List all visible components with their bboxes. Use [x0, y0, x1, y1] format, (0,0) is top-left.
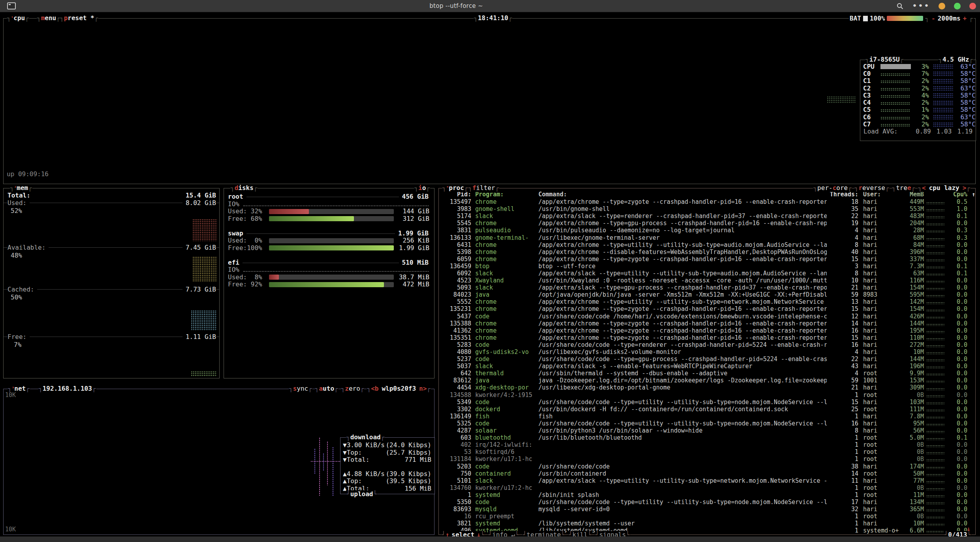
process-row[interactable]: 83693 mysqld mysqld --server-id=0 32 har…	[439, 506, 975, 513]
process-row[interactable]: 750 containerd /usr/bin/containerd 14 ro…	[439, 470, 975, 477]
process-row[interactable]: 3821 systemd /lib/systemd/systemd --user…	[439, 520, 975, 527]
process-row[interactable]: 5349 code /usr/share/code/code --type=ut…	[439, 399, 975, 406]
process-pid: 5350	[439, 499, 471, 506]
process-row[interactable]: 84023 java /opt/java/openjdk/bin/java -s…	[439, 291, 975, 298]
net-interface-switcher[interactable]: <bwlp0s20f3n>	[367, 385, 431, 393]
filter-button[interactable]: filter	[468, 184, 499, 192]
cpu-core-row: C4 2% 58°C	[860, 99, 976, 106]
minimize-button[interactable]	[939, 3, 945, 9]
process-command: /usr/sbin/thermald --systemd --dbus-enab…	[534, 370, 827, 377]
process-row[interactable]: 6092 slack /app/extra/slack --type=utili…	[439, 270, 975, 277]
process-row[interactable]: 5283 code /usr/share/code/code --type=re…	[439, 341, 975, 348]
process-row[interactable]: 136133 gnome-terminal- /usr/libexec/gnom…	[439, 234, 975, 241]
core-temp-meter	[933, 71, 954, 76]
close-button[interactable]	[969, 3, 976, 9]
preset-button[interactable]: preset *	[60, 14, 98, 22]
sort-selector[interactable]: <cpu lazy>	[918, 184, 971, 192]
process-row[interactable]: 5174 slack /app/extra/slack --type=rende…	[439, 213, 975, 220]
tab-proc[interactable]: ⁴proc	[442, 184, 468, 192]
process-row[interactable]: 136149 fish fish 1 hari 7.8M 0.0	[439, 413, 975, 420]
load-avg-1m: 0.89	[910, 128, 931, 135]
net-auto-button[interactable]: auto	[315, 385, 339, 393]
process-row[interactable]: 4080 gvfs-udisks2-vo /usr/libexec/gvfs-u…	[439, 348, 975, 356]
process-program: kworker/4:2-i915	[471, 391, 534, 399]
mem-cached-value: 7.73 GiB	[182, 286, 216, 293]
disk-free-value: 472 MiB	[398, 281, 429, 288]
process-row[interactable]: 3302 dockerd /usr/bin/dockerd -H fd:// -…	[439, 406, 975, 413]
tab-cpu[interactable]: ¹cpu	[7, 14, 29, 22]
process-row[interactable]: 4287 solaar /usr/bin/python3 /usr/bin/so…	[439, 427, 975, 434]
process-mem-meter	[926, 420, 946, 427]
process-mem: 309M	[899, 384, 924, 391]
reverse-toggle[interactable]: reverse	[854, 184, 890, 192]
process-threads: 35	[827, 205, 858, 213]
process-user: hari	[858, 427, 899, 434]
process-row[interactable]: 134760 kworker/u17:2-hc 1 root 0B 0.0	[439, 484, 975, 491]
battery-icon	[863, 16, 868, 21]
core-name: C6	[860, 113, 880, 121]
upload-top-row: ▲Top:(39.5 Kibps)	[340, 478, 435, 485]
cpu-core-list: CPU 3% 63°C C0 7% 58°C	[860, 60, 976, 128]
process-row[interactable]: 402 irq/142-iwlwifi: 1 root 0B 0.0	[439, 441, 975, 448]
process-row[interactable]: 642 thermald /usr/sbin/thermald --system…	[439, 370, 975, 377]
menu-dots-icon[interactable]: •••	[912, 4, 930, 8]
process-row[interactable]: 5398 chrome /app/extra/chrome --disable-…	[439, 248, 975, 256]
process-threads: 14	[827, 470, 858, 477]
tab-mem[interactable]: ²mem	[10, 184, 32, 192]
io-mode-button[interactable]: io	[414, 184, 430, 192]
process-row[interactable]: 5237 code /usr/share/code/code --type=gp…	[439, 356, 975, 363]
sort-next-button[interactable]: >	[963, 184, 967, 192]
process-row[interactable]: 1 systemd /sbin/init splash 1 root 11M 0…	[439, 491, 975, 499]
process-row[interactable]: 5203 code /usr/share/code/code 38 hari 1…	[439, 463, 975, 470]
search-icon[interactable]	[897, 3, 903, 9]
process-row[interactable]: 135231 chrome /app/extra/chrome --type=z…	[439, 305, 975, 312]
per-core-toggle[interactable]: per-core	[813, 184, 852, 192]
process-row[interactable]: 5037 slack /app/extra/slack -s --enable-…	[439, 363, 975, 370]
process-program: kworker/u17:1-hc	[471, 455, 534, 463]
process-row[interactable]: 5325 code /usr/share/code/code --type=ut…	[439, 420, 975, 427]
process-row[interactable]: 3831 pulseaudio /usr/bin/pulseaudio --da…	[439, 227, 975, 234]
process-cpu: 0.0	[946, 348, 967, 356]
process-mem: 142M	[899, 298, 924, 305]
process-mem: 77M	[899, 477, 924, 484]
maximize-button[interactable]	[954, 3, 961, 9]
refresh-increase-button[interactable]: +	[963, 15, 967, 22]
process-row[interactable]: 6059 chrome /app/extra/chrome --type=zyg…	[439, 256, 975, 263]
process-row[interactable]: 83612 java java -Dzookeeper.log.dir=/opt…	[439, 377, 975, 384]
process-row[interactable]: 5552 chrome /app/extra/chrome --type=uti…	[439, 298, 975, 305]
process-row[interactable]: 135497 chrome /app/extra/chrome --type=z…	[439, 198, 975, 205]
process-row[interactable]: 131184 kworker/u17:1-hc 1 root 0B 0.0	[439, 455, 975, 463]
core-load-percent: 3%	[913, 63, 929, 70]
process-row[interactable]: 5350 code /usr/share/code/code --type=ut…	[439, 499, 975, 506]
process-row[interactable]: 4454 xdg-desktop-por /usr/libexec/xdg-de…	[439, 384, 975, 391]
process-row[interactable]: 4523 Xwayland /usr/bin/Xwayland :0 -root…	[439, 277, 975, 284]
process-mem: 103M	[899, 399, 924, 406]
process-row[interactable]: 6431 chrome /app/extra/chrome --type=uti…	[439, 241, 975, 248]
header-command[interactable]: Command:	[534, 191, 827, 198]
process-row[interactable]: 41362 chrome /app/extra/chrome --type=zy…	[439, 327, 975, 334]
process-row[interactable]: 5437 code /usr/share/code/code /home/har…	[439, 313, 975, 320]
net-sync-button[interactable]: sync	[289, 385, 312, 393]
sort-prev-button[interactable]: <	[922, 184, 926, 192]
process-row[interactable]: 603 bluetoothd /usr/lib/bluetooth/blueto…	[439, 434, 975, 441]
process-row[interactable]: 16 rcu_preempt 1 root 0B 0.0	[439, 513, 975, 520]
process-row[interactable]: 3983 gnome-shell /usr/bin/gnome-shell 35…	[439, 205, 975, 213]
process-row[interactable]: 5101 slack /app/extra/slack --type=utili…	[439, 477, 975, 484]
tree-toggle[interactable]: tree	[892, 184, 916, 192]
refresh-decrease-button[interactable]: -	[931, 15, 935, 22]
process-row[interactable]: 135351 chrome /app/extra/chrome --type=z…	[439, 334, 975, 341]
process-mem: 595M	[899, 291, 924, 298]
process-user: hari	[858, 298, 899, 305]
core-usage-graph	[880, 64, 912, 69]
menu-button[interactable]: menu	[37, 14, 60, 22]
process-row[interactable]: 134588 kworker/4:2-i915 1 root 0B 0.0	[439, 391, 975, 399]
process-row[interactable]: 5545 chrome /app/extra/chrome --type=gpu…	[439, 220, 975, 227]
process-mem-meter	[926, 298, 946, 305]
process-row[interactable]: 5093 slack /app/extra/slack --type=gpu-p…	[439, 284, 975, 291]
process-mem-meter	[926, 313, 946, 320]
disk-io-row: IO%	[228, 201, 429, 208]
process-row[interactable]: 136459 btop btop --utf-force 3 hari 7.3M…	[439, 263, 975, 270]
process-row[interactable]: 53 ksoftirqd/6 1 root 0B 0.0	[439, 448, 975, 455]
process-row[interactable]: 135388 chrome /app/extra/chrome --type=z…	[439, 320, 975, 327]
net-zero-button[interactable]: zero	[341, 385, 365, 393]
